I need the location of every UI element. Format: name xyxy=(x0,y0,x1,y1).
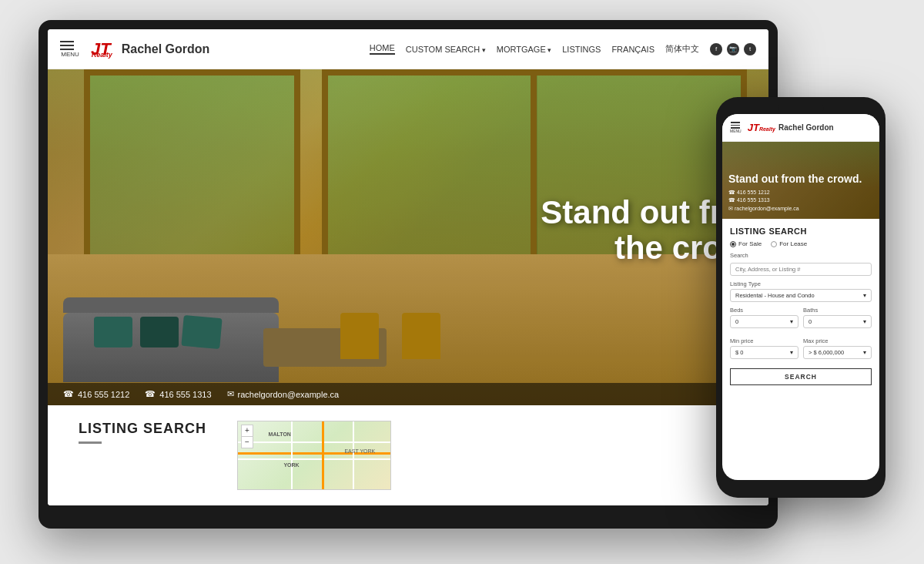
mobile-hamburger-icon xyxy=(731,122,740,129)
listing-title: LISTING SEARCH xyxy=(79,421,206,437)
map-label-east: EAST YORK xyxy=(344,448,375,454)
logo-realty: Realty xyxy=(92,52,112,59)
max-price-group: Max price > $ 6,000,000 ▾ xyxy=(803,337,872,364)
mobile-hero: Stand out from the crowd. ☎ 416 555 1212… xyxy=(722,142,879,219)
hero-text: Stand out frthe cro xyxy=(541,195,722,266)
min-price-value: $ 0 xyxy=(735,349,743,356)
nav-home[interactable]: HOME xyxy=(370,43,395,55)
nav-logo: JT Realty Rachel Gordon xyxy=(91,41,209,58)
hamburger-menu[interactable]: MENU xyxy=(60,41,80,58)
max-price-value: > $ 6,000,000 xyxy=(808,349,844,356)
map-preview: + − MALTON YORK EAST YORK xyxy=(237,421,391,490)
listing-type-value: Residental - House and Condo xyxy=(735,292,815,299)
for-sale-option[interactable]: For Sale xyxy=(730,240,762,247)
listing-underline xyxy=(79,441,102,444)
mobile-hamburger[interactable]: MENU xyxy=(730,122,742,133)
sale-lease-toggle: For Sale For Lease xyxy=(730,240,872,247)
min-price-group: Min price $ 0 ▾ xyxy=(730,337,798,364)
mobile-logo: JTRealty xyxy=(748,122,775,133)
logo-jt-wrap: JT Realty xyxy=(91,41,111,58)
phone2-icon: ☎ xyxy=(145,389,156,399)
listing-title-section: LISTING SEARCH xyxy=(79,421,206,444)
price-row: Min price $ 0 ▾ Max price > $ 6,000,000 … xyxy=(730,337,872,364)
social-icons: f 📷 t xyxy=(710,43,756,55)
listing-type-label: Listing Type xyxy=(730,280,872,287)
scene: MENU JT Realty Rachel Gordon HOME CUSTOM… xyxy=(38,20,886,544)
beds-group: Beds 0 ▾ xyxy=(730,307,798,333)
baths-label: Baths xyxy=(803,307,872,314)
search-field-label: Search xyxy=(730,252,872,259)
mobile-listing-search: LISTING SEARCH For Sale For Lease Search… xyxy=(722,219,879,480)
map-road-h2 xyxy=(238,458,390,460)
baths-chevron: ▾ xyxy=(863,318,866,325)
phone1-icon: ☎ xyxy=(63,389,74,399)
desktop-screen: MENU JT Realty Rachel Gordon HOME CUSTOM… xyxy=(48,29,768,505)
listing-type-chevron: ▾ xyxy=(863,292,866,299)
for-lease-radio[interactable] xyxy=(771,241,777,247)
desktop-hero: Stand out frthe cro ☎ 416 555 1212 ☎ 416… xyxy=(48,69,768,405)
mobile-contact-info: ☎ 416 555 1212 ☎ 416 555 1313 ✉ rachelgo… xyxy=(728,189,873,213)
beds-chevron: ▾ xyxy=(790,318,793,325)
map-zoom-in[interactable]: + xyxy=(242,425,253,437)
for-lease-option[interactable]: For Lease xyxy=(771,240,807,247)
nav-mortgage[interactable]: MORTGAGE xyxy=(497,45,552,54)
min-price-label: Min price xyxy=(730,337,798,344)
nav-links: HOME CUSTOM SEARCH MORTGAGE LISTINGS FRA… xyxy=(370,43,756,55)
listing-type-select[interactable]: Residental - House and Condo ▾ xyxy=(730,289,872,302)
hero-headline: Stand out frthe cro xyxy=(541,195,722,266)
for-sale-label: For Sale xyxy=(738,240,762,247)
mobile-agent-name: Rachel Gordon xyxy=(778,123,834,132)
mobile-menu-label: MENU xyxy=(730,129,742,133)
nav-custom-search[interactable]: CUSTOM SEARCH xyxy=(406,45,486,54)
email-address: rachelgordon@example.ca xyxy=(238,390,340,399)
mobile-hero-overlay: Stand out from the crowd. ☎ 416 555 1212… xyxy=(722,142,879,219)
nav-francais[interactable]: FRANÇAIS xyxy=(611,45,654,54)
email-item: ✉ rachelgordon@example.ca xyxy=(227,389,340,399)
mobile-mockup: MENU JTRealty Rachel Gordon Stand out fr… xyxy=(716,97,886,498)
instagram-icon[interactable]: 📷 xyxy=(727,43,739,55)
map-label-malton: MALTON xyxy=(269,431,291,437)
search-input[interactable] xyxy=(730,263,872,276)
phone1-item: ☎ 416 555 1212 xyxy=(63,389,129,399)
map-road-orange-v xyxy=(322,421,324,489)
baths-select[interactable]: 0 ▾ xyxy=(803,315,872,328)
desktop-mockup: MENU JT Realty Rachel Gordon HOME CUSTOM… xyxy=(38,20,778,529)
max-price-label: Max price xyxy=(803,337,872,344)
max-price-chevron: ▾ xyxy=(863,349,866,356)
for-lease-label: For Lease xyxy=(779,240,807,247)
phone2-number: 416 555 1313 xyxy=(159,390,211,399)
beds-select[interactable]: 0 ▾ xyxy=(730,315,798,328)
facebook-icon[interactable]: f xyxy=(710,43,722,55)
phone1-number: 416 555 1212 xyxy=(78,390,129,399)
hero-contact-bar: ☎ 416 555 1212 ☎ 416 555 1313 ✉ rachelgo… xyxy=(48,383,768,405)
map-controls: + − xyxy=(241,425,253,448)
beds-label: Beds xyxy=(730,307,798,314)
beds-baths-row: Beds 0 ▾ Baths 0 ▾ xyxy=(730,307,872,333)
map-road-h1 xyxy=(238,441,390,443)
for-sale-radio[interactable] xyxy=(730,241,736,247)
mobile-hero-text: Stand out from the crowd. xyxy=(728,173,873,185)
max-price-select[interactable]: > $ 6,000,000 ▾ xyxy=(803,346,872,359)
mobile-listing-title: LISTING SEARCH xyxy=(730,227,872,236)
min-price-select[interactable]: $ 0 ▾ xyxy=(730,346,798,359)
email-icon: ✉ xyxy=(227,389,234,399)
twitter-icon[interactable]: t xyxy=(744,43,756,55)
menu-label: MENU xyxy=(61,51,79,58)
mobile-email: ✉ rachelgordon@example.ca xyxy=(728,205,873,213)
mobile-phone1: ☎ 416 555 1212 xyxy=(728,189,873,197)
mobile-phone2: ☎ 416 555 1313 xyxy=(728,196,873,205)
mobile-nav: MENU JTRealty Rachel Gordon xyxy=(722,114,879,142)
search-button[interactable]: SEARCH xyxy=(730,368,872,385)
mobile-screen: MENU JTRealty Rachel Gordon Stand out fr… xyxy=(722,114,879,480)
map-road-v1 xyxy=(291,421,293,489)
nav-chinese[interactable]: 简体中文 xyxy=(665,43,699,55)
beds-value: 0 xyxy=(735,318,738,325)
map-road-v2 xyxy=(353,421,354,489)
mobile-notch xyxy=(778,105,824,111)
nav-listings[interactable]: LISTINGS xyxy=(562,45,601,54)
min-price-chevron: ▾ xyxy=(790,349,793,356)
desktop-nav: MENU JT Realty Rachel Gordon HOME CUSTOM… xyxy=(48,29,768,69)
map-zoom-out[interactable]: − xyxy=(242,437,253,448)
desktop-listing-section: LISTING SEARCH + − MALTO xyxy=(48,405,768,505)
logo-initials: JT Realty xyxy=(91,39,111,59)
